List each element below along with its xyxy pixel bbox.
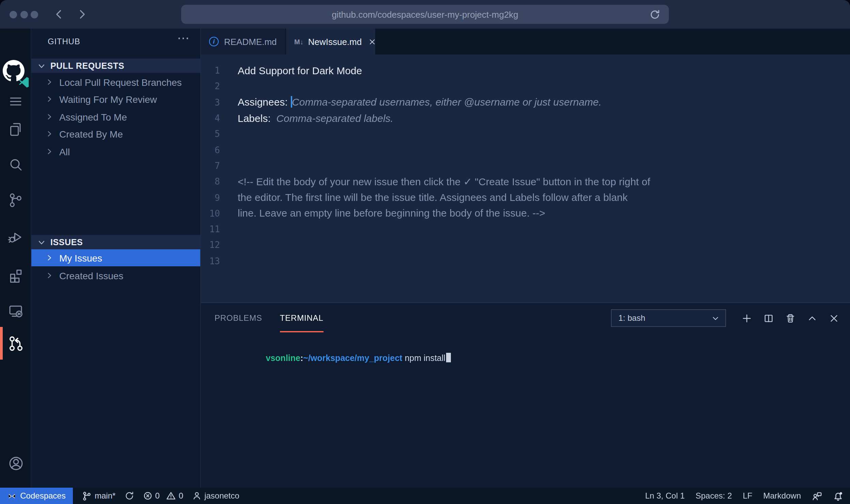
chevron-right-icon <box>45 95 54 104</box>
editor-line[interactable]: 13 <box>201 253 850 269</box>
line-number: 3 <box>201 97 220 107</box>
split-terminal-button[interactable] <box>764 313 774 323</box>
chevron-up-icon <box>807 313 817 323</box>
section-header-pull-requests[interactable]: PULL REQUESTS <box>31 59 200 73</box>
more-actions-icon[interactable]: ⋯ <box>177 31 191 46</box>
close-tab-button[interactable] <box>368 38 376 45</box>
editor-line[interactable]: 7 <box>201 158 850 174</box>
debug-icon <box>7 229 24 245</box>
editor-line[interactable]: 3 Assignees: Comma-separated usernames, … <box>201 94 850 110</box>
line-number: 5 <box>201 129 220 139</box>
line-number: 4 <box>201 113 220 123</box>
language-status[interactable]: Markdown <box>763 491 801 501</box>
remote-icon <box>7 491 16 500</box>
tab-terminal[interactable]: TERMINAL <box>280 303 324 333</box>
account-icon <box>7 455 24 472</box>
chevron-down-icon <box>711 314 720 322</box>
terminal-shell-select[interactable]: 1: bash <box>611 309 726 327</box>
kill-terminal-button[interactable] <box>785 313 796 323</box>
chevron-left-icon <box>53 8 65 20</box>
terminal[interactable]: vsonline:~/workspace/my_project npm inst… <box>215 343 451 373</box>
editor-line[interactable]: 12 <box>201 237 850 253</box>
tab-newissue-md[interactable]: M↓ NewIssue.md <box>286 29 376 54</box>
editor-line[interactable]: 9 the editor. The first line will be the… <box>201 190 850 206</box>
search-button[interactable] <box>3 153 28 177</box>
panel-tab-bar: PROBLEMS TERMINAL <box>215 303 324 333</box>
sidebar-item-my-issues[interactable]: My Issues <box>31 249 200 266</box>
section-header-issues[interactable]: ISSUES <box>31 235 200 249</box>
codespaces-window: github.com/codespaces/user-my-project-mg… <box>0 0 850 504</box>
bell-icon <box>833 491 843 501</box>
reload-button[interactable] <box>649 9 661 20</box>
line-number: 2 <box>201 81 220 92</box>
tab-label: README.md <box>224 36 277 47</box>
chevron-right-icon <box>76 8 88 20</box>
browser-back-button[interactable] <box>52 7 66 21</box>
url-text: github.com/codespaces/user-my-project-mg… <box>332 9 518 19</box>
sidebar-item-waiting-for-my-review[interactable]: Waiting For My Review <box>31 91 200 108</box>
address-bar[interactable]: github.com/codespaces/user-my-project-mg… <box>181 5 669 24</box>
editor-line[interactable]: 10 line. Leave an empty line before begi… <box>201 205 850 221</box>
chevron-right-icon <box>45 78 54 86</box>
notifications-button[interactable] <box>833 491 843 501</box>
account-button[interactable] <box>3 451 28 475</box>
new-terminal-button[interactable] <box>742 313 752 323</box>
chevron-right-icon <box>45 271 54 280</box>
menu-icon <box>7 93 24 110</box>
line-number: 6 <box>201 145 220 155</box>
cursor-position-status[interactable]: Ln 3, Col 1 <box>645 491 684 501</box>
editor-line[interactable]: 2 <box>201 79 850 95</box>
source-control-icon <box>7 192 24 208</box>
line-number: 11 <box>201 224 220 234</box>
text-editor[interactable]: 1 Add Support for Dark Mode 2 3 Assignee… <box>201 54 850 302</box>
explorer-button[interactable] <box>3 117 28 142</box>
editor-area: i README.md M↓ NewIssue.md 1 Add Support… <box>201 29 850 488</box>
markdown-file-icon: M↓ <box>294 38 303 45</box>
menu-button[interactable] <box>3 89 28 114</box>
line-number: 1 <box>201 65 220 76</box>
editor-line[interactable]: 1 Add Support for Dark Mode <box>201 63 850 79</box>
editor-line[interactable]: 11 <box>201 221 850 237</box>
window-control-close[interactable] <box>10 11 17 18</box>
error-icon <box>143 491 152 501</box>
close-panel-button[interactable] <box>829 313 839 323</box>
indentation-status[interactable]: Spaces: 2 <box>696 491 732 501</box>
window-control-minimize[interactable] <box>20 11 28 18</box>
editor-line[interactable]: 6 <box>201 142 850 158</box>
tab-label: NewIssue.md <box>308 36 362 47</box>
feedback-button[interactable] <box>812 491 822 501</box>
sync-button[interactable] <box>124 491 134 501</box>
chevron-right-icon <box>45 147 54 156</box>
files-icon <box>7 121 24 138</box>
extensions-button[interactable] <box>3 263 28 287</box>
user-status[interactable]: jasonetco <box>192 491 239 501</box>
sidebar-item-local-pull-request-branches[interactable]: Local Pull Request Branches <box>31 74 200 91</box>
sidebar-item-created-issues[interactable]: Created Issues <box>31 267 200 284</box>
person-icon <box>192 491 202 501</box>
source-control-button[interactable] <box>3 188 28 212</box>
github-pull-requests-button[interactable] <box>3 331 28 356</box>
activity-bar: ⚙ <box>0 29 31 488</box>
tab-problems[interactable]: PROBLEMS <box>215 303 262 333</box>
vscode-logo-icon <box>17 76 31 89</box>
editor-line[interactable]: 5 <box>201 126 850 142</box>
maximize-panel-button[interactable] <box>807 313 817 323</box>
remote-indicator[interactable]: Codespaces <box>0 488 73 504</box>
remote-explorer-button[interactable] <box>3 298 28 323</box>
sidebar-item-created-by-me[interactable]: Created By Me <box>31 125 200 142</box>
info-icon: i <box>209 37 219 46</box>
editor-tab-bar: i README.md M↓ NewIssue.md <box>201 29 850 54</box>
sidebar-item-all[interactable]: All <box>31 143 200 160</box>
branch-status[interactable]: main* <box>82 491 115 501</box>
line-number: 9 <box>201 192 220 203</box>
run-debug-button[interactable] <box>3 225 28 249</box>
editor-line[interactable]: 8 <!-- Edit the body of your new issue t… <box>201 174 850 190</box>
eol-status[interactable]: LF <box>743 491 752 501</box>
sidebar-item-assigned-to-me[interactable]: Assigned To Me <box>31 108 200 125</box>
browser-forward-button[interactable] <box>75 7 89 21</box>
search-icon <box>7 157 24 173</box>
editor-line[interactable]: 4 Labels: Comma-separated labels. <box>201 110 850 126</box>
problems-status[interactable]: 0 0 <box>143 491 183 501</box>
tab-readme-md[interactable]: i README.md <box>201 29 286 54</box>
window-control-maximize[interactable] <box>31 11 38 18</box>
